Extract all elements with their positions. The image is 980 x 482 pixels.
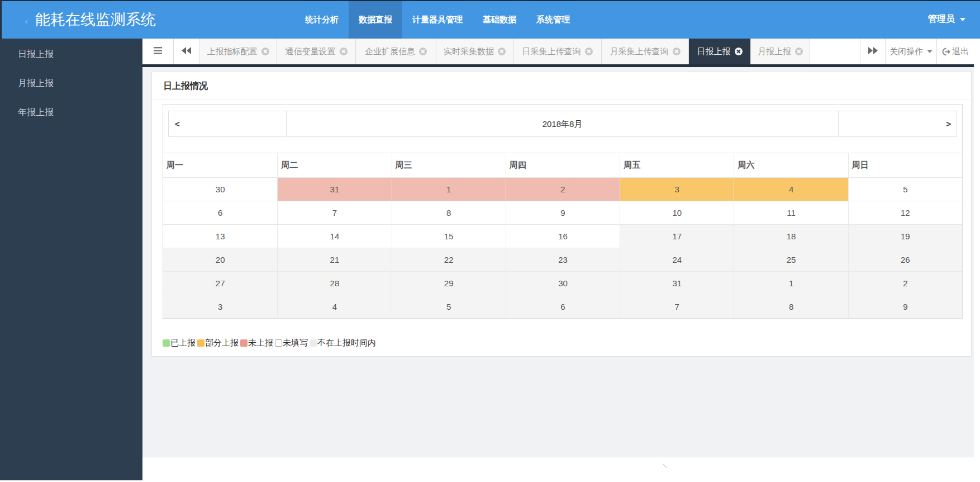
calendar-day-cell[interactable]: 4 xyxy=(734,177,848,201)
calendar-day-cell[interactable]: 24 xyxy=(620,248,734,271)
tab-1[interactable]: 上报指标配置 xyxy=(199,39,277,64)
legend-item-3: 未上报 xyxy=(240,338,273,348)
tab-3[interactable]: 企业扩展信息 xyxy=(356,39,436,64)
calendar-day-cell[interactable]: 31 xyxy=(620,271,734,295)
prev-month-button[interactable]: < xyxy=(169,111,286,136)
calendar-day-cell[interactable]: 6 xyxy=(163,201,277,224)
calendar-day-cell[interactable]: 21 xyxy=(277,248,391,271)
calendar-day-cell[interactable]: 3 xyxy=(163,295,277,318)
sidebar-item-3[interactable]: 年报上报 xyxy=(0,98,142,127)
calendar-day-cell[interactable]: 2 xyxy=(506,177,620,201)
close-operations-label: 关闭操作 xyxy=(889,46,923,57)
tab-label: 上报指标配置 xyxy=(207,46,258,57)
tab-5[interactable]: 日采集上传查询 xyxy=(513,39,602,64)
tab-close-icon[interactable] xyxy=(340,48,348,55)
top-menu-item-2[interactable]: 数据直报 xyxy=(349,0,402,39)
calendar-day-cell[interactable]: 13 xyxy=(163,224,277,248)
calendar-day-cell[interactable]: 2 xyxy=(848,271,962,295)
calendar-day-cell[interactable]: 12 xyxy=(848,201,962,224)
top-menu-item-1[interactable]: 统计分析 xyxy=(295,0,349,39)
tab-close-icon[interactable] xyxy=(419,48,427,55)
logout-button[interactable]: 退出 xyxy=(937,39,974,64)
top-menu-item-4[interactable]: 基础数据 xyxy=(473,0,526,39)
calendar-day-cell[interactable]: 5 xyxy=(392,295,506,318)
calendar-day-cell[interactable]: 23 xyxy=(506,248,620,271)
calendar-week-row-3: 13141516171819 xyxy=(163,224,962,248)
legend-item-4: 未填写 xyxy=(275,338,308,348)
double-left-arrow-icon xyxy=(182,46,191,56)
calendar-day-cell[interactable]: 30 xyxy=(506,271,620,295)
calendar-day-cell[interactable]: 26 xyxy=(848,248,962,271)
calendar-day-cell[interactable]: 5 xyxy=(848,177,962,201)
tab-close-icon[interactable] xyxy=(735,48,743,55)
legend-swatch-blank xyxy=(275,339,282,347)
calendar-day-cell[interactable]: 8 xyxy=(392,201,506,224)
calendar-day-cell[interactable]: 3 xyxy=(620,177,734,201)
tab-6[interactable]: 月采集上传查询 xyxy=(602,39,689,64)
tab-4[interactable]: 实时采集数据 xyxy=(436,39,513,64)
calendar-day-cell[interactable]: 30 xyxy=(163,177,277,201)
calendar-day-cell[interactable]: 16 xyxy=(506,224,620,248)
logout-icon xyxy=(942,48,950,56)
tab-label: 实时采集数据 xyxy=(444,46,494,57)
tab-2[interactable]: 通信变量设置 xyxy=(277,39,356,64)
tab-label: 通信变量设置 xyxy=(286,46,336,57)
calendar-week-row-4: 20212223242526 xyxy=(163,248,962,271)
sidebar-item-1[interactable]: 日报上报 xyxy=(0,40,142,69)
sidebar-toggle-button[interactable] xyxy=(142,39,174,64)
legend-item-5: 不在上报时间内 xyxy=(310,338,376,348)
calendar-day-cell[interactable]: 27 xyxy=(163,271,277,295)
calendar-day-cell[interactable]: 9 xyxy=(506,201,620,224)
legend-label: 未上报 xyxy=(248,338,273,348)
calendar-week-row-6: 3456789 xyxy=(163,295,962,318)
scroll-tabs-left-button[interactable] xyxy=(174,39,199,64)
calendar-day-cell[interactable]: 18 xyxy=(734,224,848,248)
top-menu-item-3[interactable]: 计量器具管理 xyxy=(402,0,473,39)
scroll-tabs-right-button[interactable] xyxy=(860,39,886,64)
tab-label: 日报上报 xyxy=(697,46,731,57)
legend-label: 已上报 xyxy=(170,338,196,348)
tab-7[interactable]: 日报上报 xyxy=(689,39,751,64)
sidebar-item-2[interactable]: 月报上报 xyxy=(0,69,142,98)
calendar-day-cell[interactable]: 4 xyxy=(277,295,391,318)
tab-close-icon[interactable] xyxy=(795,48,803,55)
tabbar: 上报指标配置通信变量设置企业扩展信息实时采集数据日采集上传查询月采集上传查询日报… xyxy=(142,39,974,67)
content-area: 日上报情况 < 2018年8月 > 周一周二周三周四周五周六周日 3031123… xyxy=(142,67,974,457)
tab-close-icon[interactable] xyxy=(673,48,681,55)
calendar-day-cell[interactable]: 9 xyxy=(848,295,962,318)
calendar-day-cell[interactable]: 11 xyxy=(734,201,848,224)
calendar-day-cell[interactable]: 25 xyxy=(734,248,848,271)
legend-swatch-reported xyxy=(163,339,170,347)
tab-8[interactable]: 月报上报 xyxy=(751,39,810,64)
calendar-day-cell[interactable]: 17 xyxy=(620,224,734,248)
weekday-header-7: 周日 xyxy=(848,153,962,177)
calendar-week-row-5: 272829303112 xyxy=(163,271,962,295)
tab-close-icon[interactable] xyxy=(585,48,593,55)
panel-title: 日上报情况 xyxy=(152,72,971,100)
calendar-day-cell[interactable]: 28 xyxy=(277,271,391,295)
calendar-day-cell[interactable]: 22 xyxy=(392,248,506,271)
calendar-day-cell[interactable]: 7 xyxy=(620,295,734,318)
logout-label: 退出 xyxy=(952,46,969,57)
calendar-day-cell[interactable]: 19 xyxy=(848,224,962,248)
calendar-day-cell[interactable]: 20 xyxy=(163,248,277,271)
tab-close-icon[interactable] xyxy=(261,48,269,55)
calendar-table: 周一周二周三周四周五周六周日 3031123456789101112131415… xyxy=(163,153,962,318)
calendar-day-cell[interactable]: 7 xyxy=(277,201,391,224)
calendar-day-cell[interactable]: 1 xyxy=(392,177,506,201)
calendar-day-cell[interactable]: 6 xyxy=(506,295,620,318)
calendar-day-cell[interactable]: 14 xyxy=(277,224,391,248)
calendar-day-cell[interactable]: 31 xyxy=(277,177,391,201)
calendar-day-cell[interactable]: 8 xyxy=(734,295,848,318)
calendar-day-cell[interactable]: 1 xyxy=(734,271,848,295)
close-operations-dropdown[interactable]: 关闭操作 xyxy=(886,39,937,64)
weekday-header-6: 周六 xyxy=(734,153,848,177)
next-month-button[interactable]: > xyxy=(838,111,957,136)
tab-close-icon[interactable] xyxy=(498,48,506,55)
calendar-day-cell[interactable]: 29 xyxy=(392,271,506,295)
user-dropdown[interactable]: 管理员 xyxy=(928,0,965,39)
top-menu-item-5[interactable]: 系统管理 xyxy=(526,0,580,39)
tab-label: 月报上报 xyxy=(758,46,791,57)
calendar-day-cell[interactable]: 10 xyxy=(620,201,734,224)
calendar-day-cell[interactable]: 15 xyxy=(392,224,506,248)
